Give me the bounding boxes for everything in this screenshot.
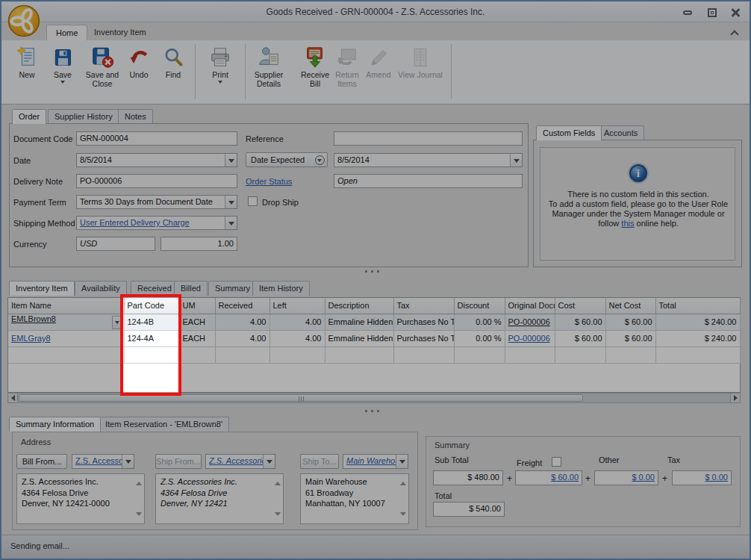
freight-field[interactable]: $ 60.00 [515, 470, 582, 485]
cell-um[interactable]: EACH [179, 330, 215, 346]
save-dropdown-icon[interactable] [60, 81, 65, 86]
col-total[interactable]: Total [655, 298, 740, 314]
minimize-button[interactable] [679, 7, 696, 18]
tab-item-reservation[interactable]: Item Reservation - 'EMLBrown8' [99, 417, 229, 432]
cell-left[interactable]: 4.00 [269, 330, 325, 346]
save-button[interactable]: Save [46, 43, 79, 86]
print-button[interactable]: Print [202, 43, 239, 86]
horizontal-splitter[interactable] [365, 410, 382, 412]
order-status-field[interactable]: Open [334, 174, 523, 188]
currency-rate-field[interactable]: 1.00 [161, 237, 237, 251]
cell-description[interactable]: Emmaline Hidden ... [325, 330, 393, 346]
scroll-down-icon[interactable] [136, 512, 142, 519]
save-and-close-button[interactable]: Save and Close [81, 43, 124, 88]
date-expected-field[interactable]: 8/5/2014 [334, 153, 523, 167]
ship-to-selector[interactable]: Main Warehouse [343, 454, 408, 469]
new-button[interactable]: New [10, 43, 43, 79]
ship-from-dropdown-icon[interactable] [263, 455, 275, 468]
scroll-up-icon[interactable] [400, 479, 406, 485]
tab-billed[interactable]: Billed [174, 281, 208, 296]
other-field[interactable]: $ 0.00 [594, 470, 658, 485]
scroll-left-icon[interactable] [8, 393, 18, 402]
cell-cost[interactable]: $ 60.00 [555, 330, 605, 346]
original-document-link[interactable]: PO-000006 [508, 317, 550, 326]
app-logo-icon[interactable] [7, 4, 40, 37]
ship-to-dropdown-icon[interactable] [396, 455, 408, 468]
tab-supplier-history[interactable]: Supplier History [48, 109, 119, 124]
horizontal-splitter[interactable] [365, 270, 382, 273]
reference-field[interactable] [334, 131, 523, 146]
date-expected-dropdown-icon[interactable] [510, 154, 522, 167]
order-status-link[interactable]: Order Status [246, 177, 292, 186]
tab-received[interactable]: Received [131, 281, 178, 296]
undo-button[interactable]: Undo [124, 43, 154, 79]
title-bar[interactable]: Goods Received - GRN-000004 - Z.S. Acces… [1, 1, 750, 22]
cell-received[interactable]: 4.00 [215, 314, 269, 330]
tab-availability[interactable]: Availability [75, 281, 127, 296]
receive-bill-button[interactable]: Receive Bill [296, 43, 334, 88]
close-button[interactable] [727, 7, 744, 18]
cell-cost[interactable]: $ 60.00 [555, 314, 605, 330]
scroll-down-icon[interactable] [400, 512, 406, 519]
payment-term-dropdown-icon[interactable] [225, 196, 237, 208]
scroll-up-icon[interactable] [136, 479, 142, 485]
tax-field[interactable]: $ 0.00 [672, 470, 732, 485]
supplier-details-button[interactable]: Supplier Details [250, 43, 287, 88]
col-net-cost[interactable]: Net Cost [605, 298, 655, 314]
cell-original-document[interactable]: PO-000006 [505, 330, 555, 346]
scroll-down-icon[interactable] [275, 512, 281, 519]
item-name-link[interactable]: EMLGray8 [11, 334, 51, 343]
tab-summary[interactable]: Summary [208, 281, 257, 296]
currency-code-field[interactable]: USD [76, 237, 155, 251]
delivery-note-field[interactable]: PO-000006 [76, 174, 237, 188]
bill-from-button[interactable]: Bill From... [16, 454, 67, 469]
freight-checkbox[interactable] [552, 457, 561, 467]
col-tax[interactable]: Tax [393, 298, 454, 314]
shipping-method-dropdown-icon[interactable] [225, 217, 237, 229]
col-description[interactable]: Description [325, 298, 393, 314]
tab-summary-information[interactable]: Summary Information [9, 417, 101, 432]
other-value-link[interactable]: $ 0.00 [632, 473, 655, 482]
cell-total[interactable]: $ 240.00 [655, 314, 740, 330]
cell-discount[interactable]: 0.00 % [454, 330, 505, 346]
cell-left[interactable]: 4.00 [269, 314, 325, 330]
col-left[interactable]: Left [269, 298, 325, 314]
cell-description[interactable]: Emmaline Hidden ... [325, 314, 393, 330]
cell-net-cost[interactable]: $ 60.00 [605, 314, 655, 330]
original-document-link[interactable]: PO-000006 [508, 334, 550, 343]
cell-item-name[interactable]: EMLGray8 [8, 330, 124, 346]
col-um[interactable]: UM [179, 298, 215, 314]
tax-value-link[interactable]: $ 0.00 [705, 473, 728, 482]
drop-ship-checkbox[interactable] [248, 196, 258, 206]
bill-from-address[interactable]: Z.S. Accessories Inc. 4364 Felosa Drive … [16, 473, 145, 524]
document-code-field[interactable]: GRN-000004 [76, 131, 237, 146]
tab-inventory-item[interactable]: Inventory Item [9, 281, 75, 296]
tab-item-history[interactable]: Item History [252, 281, 310, 296]
scroll-right-icon[interactable] [730, 393, 740, 402]
online-help-link[interactable]: this [621, 219, 634, 228]
total-field[interactable]: $ 540.00 [433, 502, 505, 517]
cell-discount[interactable]: 0.00 % [454, 314, 505, 330]
shipping-method-link[interactable]: User Entered Delivery Charge [80, 218, 190, 227]
col-part-code[interactable]: Part Code [124, 298, 179, 314]
scrollbar-thumb[interactable] [19, 394, 583, 402]
cell-tax[interactable]: Purchases No T... [393, 330, 454, 346]
col-original-document[interactable]: Original Docum [505, 298, 555, 314]
cell-um[interactable]: EACH [179, 314, 215, 330]
cell-received[interactable]: 4.00 [215, 330, 269, 346]
ribbon-tab-home[interactable]: Home [46, 25, 87, 40]
ship-from-address[interactable]: Z.S. Accessories Inc. 4364 Felosa Drive … [155, 473, 284, 524]
cell-original-document[interactable]: PO-000006 [505, 314, 555, 330]
restore-button[interactable] [704, 7, 720, 18]
ship-to-address[interactable]: Main Warehouse 61 Broadway Manhattan, NY… [300, 473, 409, 524]
grid-horizontal-scrollbar[interactable] [7, 393, 741, 403]
bill-from-dropdown-icon[interactable] [122, 455, 134, 468]
print-dropdown-icon[interactable] [218, 81, 222, 86]
date-dropdown-icon[interactable] [225, 154, 237, 167]
find-button[interactable]: Find [157, 43, 190, 79]
bill-from-selector[interactable]: Z.S. Accessories I [72, 454, 134, 469]
cell-tax[interactable]: Purchases No T... [393, 314, 454, 330]
shipping-method-field[interactable]: User Entered Delivery Charge [76, 216, 237, 230]
cell-net-cost[interactable]: $ 60.00 [605, 330, 655, 346]
scroll-up-icon[interactable] [275, 479, 281, 485]
